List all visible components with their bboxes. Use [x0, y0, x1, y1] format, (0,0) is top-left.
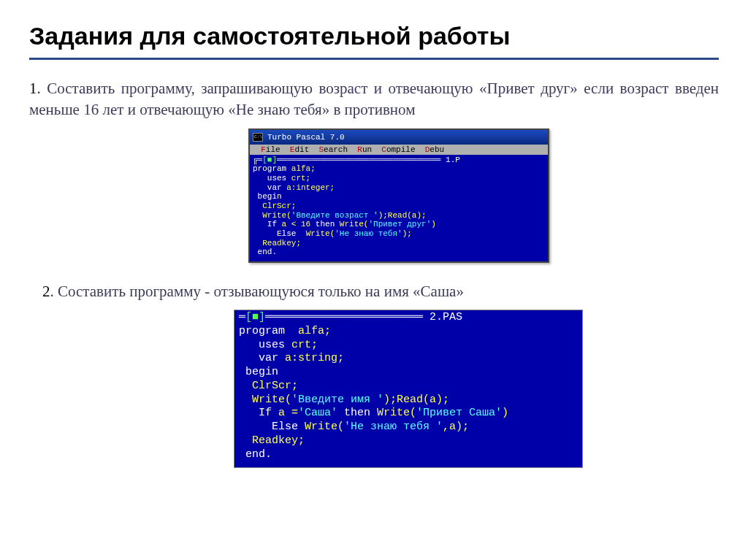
- editor-area: ╔═[■]══════════════════════════════════ …: [250, 155, 548, 261]
- code-line: uses crt;: [253, 174, 545, 183]
- task1-body: . Составить программу, запрашивающую воз…: [29, 80, 719, 118]
- task2-text: 2. Составить программу - отзывающуюся то…: [42, 281, 719, 302]
- task2-body: . Составить программу - отзывающуюся тол…: [50, 283, 464, 300]
- window-titlebar: Turbo Pascal 7.0: [250, 130, 548, 145]
- code-line: program alfa;: [239, 325, 578, 339]
- turbo-pascal-window-2: ═[■]════════════════════════ 2.PAS progr…: [234, 310, 583, 468]
- code-line: var a:integer;: [253, 183, 545, 193]
- code-line: program alfa;: [253, 164, 545, 174]
- code-line: If a < 16 then Write('Пpивет дpуг'): [253, 220, 545, 229]
- window-title: Turbo Pascal 7.0: [267, 133, 345, 142]
- turbo-pascal-window-1: Turbo Pascal 7.0 File Edit Search Run Co…: [248, 129, 549, 263]
- code-line: ClrScr;: [239, 380, 578, 394]
- menu-bar[interactable]: File Edit Search Run Compile Debu: [250, 145, 548, 155]
- code-line: Else Write('He знаю тебя');: [253, 229, 545, 239]
- code-line: end.: [253, 248, 545, 257]
- code-line: Readkey;: [239, 434, 578, 448]
- code-line: If a ='Caшa' then Write('Пpивет Caшa'): [239, 407, 578, 421]
- code-line: Else Write('He знаю тебя ',a);: [239, 421, 578, 434]
- code-line: Readkey;: [253, 239, 545, 248]
- task1-text: 1. Составить программу, запрашивающую во…: [29, 78, 719, 121]
- editor-frame-top: ╔═[■]══════════════════════════════════ …: [253, 156, 545, 165]
- task2-number: 2: [42, 283, 50, 300]
- code-line: end.: [239, 448, 578, 462]
- code-line: begin: [253, 192, 545, 202]
- task1-number: 1: [29, 80, 37, 97]
- code-line: Write('Введите имя ');Read(a);: [239, 394, 578, 407]
- code-line: begin: [239, 366, 578, 380]
- code-line: uses crt;: [239, 339, 578, 353]
- slide-title: Задания для самостоятельной работы: [29, 22, 719, 60]
- code-line: var a:string;: [239, 352, 578, 366]
- code-line: ClrScr;: [253, 202, 545, 211]
- code-line: Write('Введите возpaст ');Read(a);: [253, 211, 545, 220]
- cmd-icon: [253, 133, 263, 142]
- editor-frame-top: ═[■]════════════════════════ 2.PAS: [239, 311, 578, 325]
